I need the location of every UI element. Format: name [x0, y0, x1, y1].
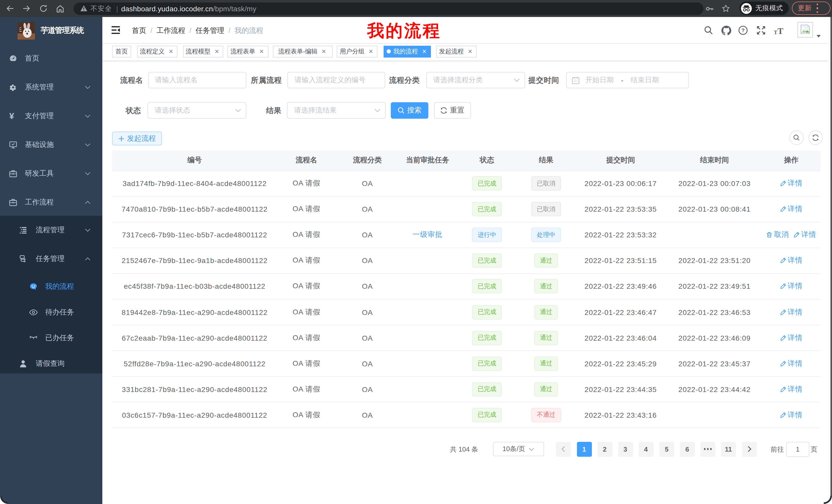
svg-text:?: ?	[742, 27, 745, 33]
svg-text:T: T	[777, 26, 783, 35]
svg-text:T: T	[774, 30, 777, 35]
